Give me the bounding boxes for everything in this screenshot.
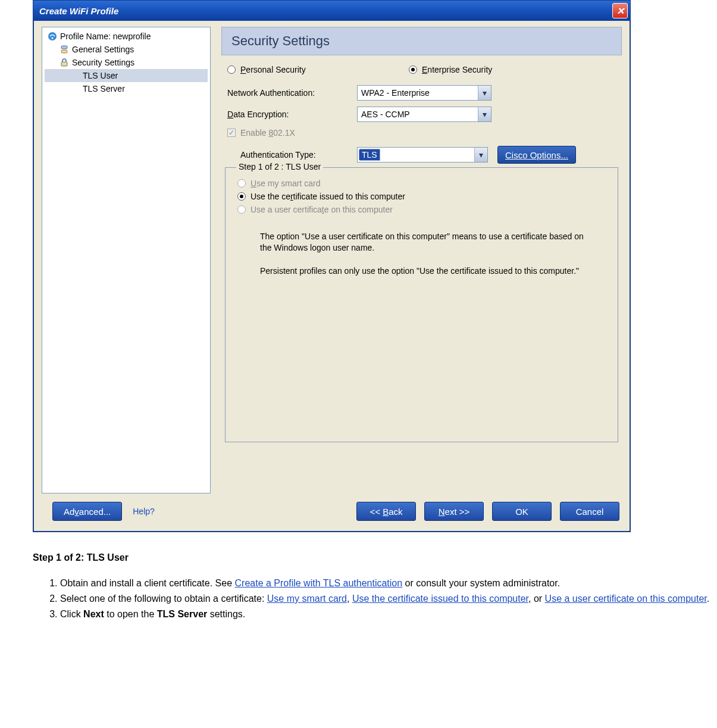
- network-auth-select[interactable]: WPA2 - Enterprise ▾: [357, 85, 491, 101]
- radio-icon: [227, 65, 236, 74]
- close-icon[interactable]: ✕: [612, 3, 628, 18]
- radio-icon: [237, 192, 246, 201]
- chevron-down-icon: ▾: [478, 86, 491, 100]
- instructions-heading: Step 1 of 2: TLS User: [33, 552, 717, 563]
- wifi-icon: [47, 32, 58, 41]
- radio-use-user-certificate: Use a user certificate on this computer: [234, 205, 606, 214]
- svg-rect-3: [61, 50, 67, 53]
- tree-label: General Settings: [72, 45, 134, 54]
- tree-general-settings[interactable]: General Settings: [45, 43, 208, 56]
- auth-type-label: Authentication Type:: [240, 150, 357, 160]
- enable-8021x-checkbox: Enable 802.1X: [221, 128, 622, 138]
- instruction-step-2: Select one of the following to obtain a …: [60, 592, 717, 606]
- groupbox-legend: Step 1 of 2 : TLS User: [236, 162, 323, 171]
- data-encryption-label: Data Encryption:: [227, 110, 357, 119]
- chevron-down-icon: ▾: [478, 107, 491, 121]
- radio-icon: [409, 65, 417, 74]
- checkbox-icon: [227, 129, 236, 137]
- auth-type-select[interactable]: TLS ▾: [357, 147, 488, 163]
- settings-panel: Security Settings Personal Security Ente…: [211, 27, 622, 493]
- radio-personal-security[interactable]: Personal Security: [227, 65, 409, 74]
- link-computer-cert[interactable]: Use the certificate issued to this compu…: [352, 593, 528, 604]
- cancel-button[interactable]: Cancel: [560, 502, 619, 521]
- help-link[interactable]: Help?: [133, 507, 155, 516]
- tree-profile-root[interactable]: Profile Name: newprofile: [45, 30, 208, 43]
- tree-profile-label: Profile Name: newprofile: [60, 32, 151, 41]
- general-icon: [59, 45, 70, 54]
- radio-use-computer-certificate[interactable]: Use the certificate issued to this compu…: [234, 192, 606, 201]
- tree-label: Security Settings: [72, 58, 134, 67]
- tree-tls-server[interactable]: TLS Server: [45, 82, 208, 95]
- svg-rect-4: [61, 62, 67, 66]
- chevron-down-icon: ▾: [474, 148, 487, 162]
- tree-label: TLS User: [83, 71, 118, 80]
- link-create-profile-tls[interactable]: Create a Profile with TLS authentication: [235, 578, 403, 588]
- svg-point-0: [48, 32, 57, 40]
- groupbox-description: The option "Use a user certificate on th…: [260, 231, 593, 277]
- panel-title: Security Settings: [221, 27, 622, 55]
- select-value: AES - CCMP: [361, 110, 410, 119]
- lock-icon: [59, 58, 70, 67]
- link-smart-card[interactable]: Use my smart card: [267, 593, 347, 604]
- window-title: Create WiFi Profile: [39, 6, 612, 16]
- wifi-profile-dialog: Create WiFi Profile ✕ Profile Name: newp…: [33, 0, 631, 532]
- radio-icon: [237, 205, 246, 214]
- advanced-button[interactable]: Advanced...: [52, 502, 122, 521]
- instruction-step-3: Click Next to open the TLS Server settin…: [60, 607, 717, 621]
- tls-user-groupbox: Step 1 of 2 : TLS User Use my smart card…: [225, 167, 618, 442]
- tree-tls-user[interactable]: TLS User: [45, 69, 208, 82]
- titlebar[interactable]: Create WiFi Profile ✕: [33, 1, 630, 21]
- radio-use-smart-card: Use my smart card: [234, 179, 606, 188]
- link-user-cert[interactable]: Use a user certificate on this computer: [545, 593, 707, 604]
- next-button[interactable]: Next >>: [424, 502, 484, 521]
- select-value: TLS: [359, 149, 380, 161]
- dialog-button-bar: Advanced... Help? << Back Next >> OK Can…: [33, 493, 630, 532]
- profile-tree[interactable]: Profile Name: newprofile General Setting…: [42, 27, 211, 493]
- svg-rect-2: [61, 46, 67, 49]
- data-encryption-select[interactable]: AES - CCMP ▾: [357, 107, 491, 122]
- radio-enterprise-security[interactable]: Enterprise Security: [409, 65, 590, 74]
- ok-button[interactable]: OK: [492, 502, 552, 521]
- select-value: WPA2 - Enterprise: [361, 88, 430, 98]
- instructions: Step 1 of 2: TLS User Obtain and install…: [33, 552, 717, 621]
- instruction-step-1: Obtain and install a client certificate.…: [60, 576, 717, 590]
- tree-security-settings[interactable]: Security Settings: [45, 56, 208, 69]
- network-auth-label: Network Authentication:: [227, 88, 357, 98]
- tree-label: TLS Server: [83, 84, 125, 93]
- radio-icon: [237, 179, 246, 188]
- back-button[interactable]: << Back: [356, 502, 416, 521]
- svg-point-1: [52, 38, 54, 39]
- cisco-options-button[interactable]: Cisco Options...: [497, 146, 576, 164]
